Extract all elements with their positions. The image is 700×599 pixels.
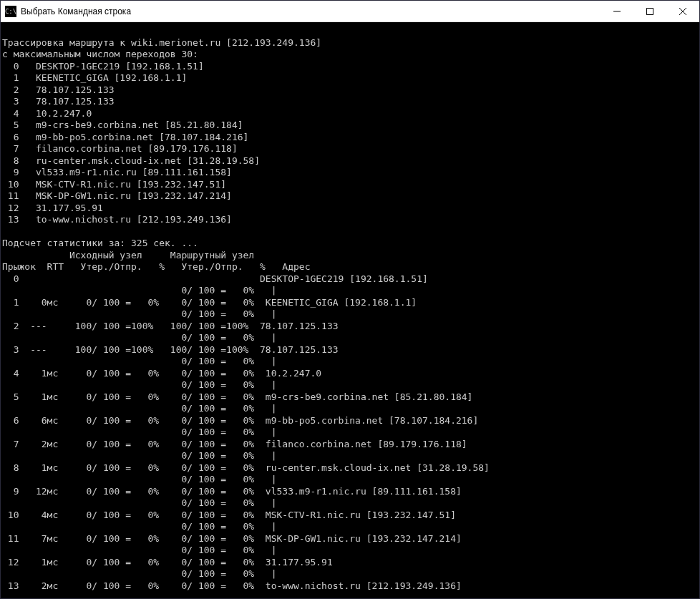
maximize-button[interactable]	[633, 1, 666, 21]
close-button[interactable]	[666, 1, 699, 21]
titlebar[interactable]: C:\ Выбрать Командная строка	[1, 1, 699, 22]
minimize-button[interactable]	[601, 1, 633, 21]
terminal-output[interactable]: Трассировка маршрута к wiki.merionet.ru …	[1, 22, 699, 598]
cmd-icon: C:\	[5, 6, 16, 17]
titlebar-controls	[601, 1, 699, 21]
svg-rect-0	[647, 8, 653, 14]
command-prompt-window: C:\ Выбрать Командная строка Трассировка…	[0, 0, 700, 599]
window-title: Выбрать Командная строка	[21, 6, 601, 16]
